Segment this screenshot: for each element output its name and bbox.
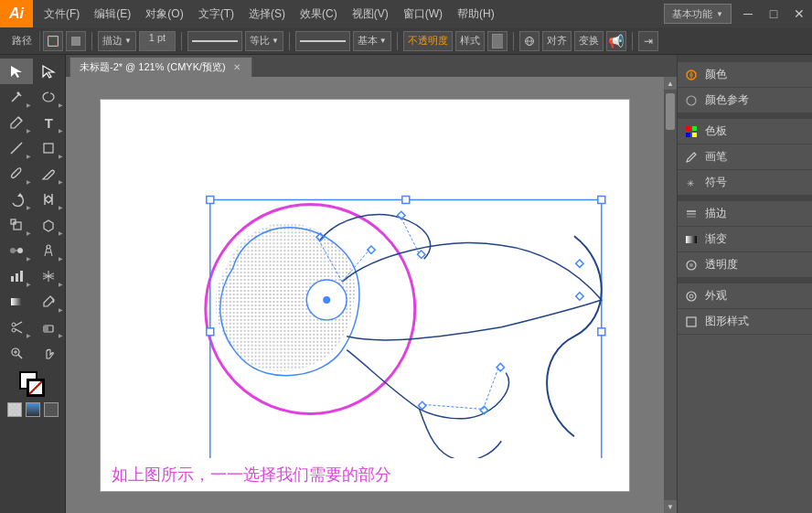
sep6 bbox=[632, 32, 633, 50]
rotate-tool[interactable]: ▶ bbox=[0, 187, 33, 212]
shape-tool[interactable]: ▶ bbox=[33, 135, 66, 161]
hand-tool[interactable] bbox=[33, 340, 66, 366]
panel-symbol[interactable]: ✳ 符号 bbox=[678, 170, 812, 196]
menu-effect[interactable]: 效果(C) bbox=[293, 0, 345, 27]
tool-row: ▶ ▶ bbox=[0, 84, 65, 110]
magic-wand-tool[interactable]: ▶ bbox=[0, 84, 33, 110]
fill-stroke-area[interactable] bbox=[19, 371, 47, 399]
scissors-tool[interactable]: ▶ bbox=[0, 315, 33, 340]
maximize-button[interactable]: □ bbox=[761, 0, 786, 27]
svg-point-23 bbox=[12, 328, 16, 332]
sep2 bbox=[181, 32, 182, 50]
line-style2-btn[interactable] bbox=[295, 31, 350, 51]
reflect-tool[interactable]: ▶ bbox=[33, 187, 66, 212]
basic-btn[interactable]: 基本 ▼ bbox=[353, 31, 391, 51]
panel-transparency-label: 透明度 bbox=[705, 257, 738, 273]
tab-close-btn[interactable]: ✕ bbox=[231, 62, 242, 73]
line-ratio-btn[interactable]: 等比 ▼ bbox=[245, 31, 283, 51]
gradient-tool[interactable] bbox=[0, 289, 33, 315]
vertical-scrollbar[interactable]: ▲ ▼ bbox=[664, 77, 677, 513]
line-tool[interactable]: ▶ bbox=[0, 135, 33, 161]
globe-btn[interactable] bbox=[519, 31, 540, 51]
pen-tool[interactable]: ▶ bbox=[0, 110, 33, 135]
lasso-tool[interactable]: ▶ bbox=[33, 84, 66, 110]
align-btn[interactable]: 对齐 bbox=[542, 31, 572, 51]
menu-view[interactable]: 视图(V) bbox=[345, 0, 396, 27]
scroll-thumb[interactable] bbox=[666, 93, 675, 130]
blend-tool[interactable]: ▶ bbox=[0, 238, 33, 263]
eyedropper-tool[interactable]: ▶ bbox=[33, 289, 66, 315]
svg-point-72 bbox=[689, 263, 693, 267]
canvas-container: 如上图所示，一一选择我们需要的部分 bbox=[66, 77, 664, 513]
pencil-tool[interactable]: ▶ bbox=[33, 161, 66, 187]
panel-graphic-style-label: 图形样式 bbox=[705, 314, 749, 329]
menu-window[interactable]: 窗口(W) bbox=[396, 0, 450, 27]
panel-swatches[interactable]: 色板 bbox=[678, 119, 812, 144]
menu-select[interactable]: 选择(S) bbox=[241, 0, 293, 27]
column-graph-tool[interactable]: ▶ bbox=[0, 263, 33, 289]
menu-file[interactable]: 文件(F) bbox=[37, 0, 87, 27]
minimize-button[interactable]: ─ bbox=[735, 0, 761, 27]
symbol-icon: ✳ bbox=[683, 175, 700, 191]
panel-gradient[interactable]: 渐变 bbox=[678, 227, 812, 252]
panel-color-ref[interactable]: 颜色参考 bbox=[678, 88, 812, 113]
color-swatch-btn[interactable] bbox=[487, 31, 508, 51]
panel-transparency[interactable]: 透明度 bbox=[678, 252, 812, 278]
transform-btn[interactable]: 变换 bbox=[574, 31, 604, 51]
panel-gradient-label: 渐变 bbox=[705, 231, 727, 247]
svg-point-17 bbox=[47, 245, 50, 249]
mesh-tool[interactable]: ▶ bbox=[33, 263, 66, 289]
sep1 bbox=[91, 32, 92, 50]
svg-rect-65 bbox=[692, 133, 697, 137]
caption: 如上图所示，一一选择我们需要的部分 bbox=[101, 458, 629, 491]
direct-select-tool[interactable] bbox=[33, 59, 66, 84]
type-tool[interactable]: T ▶ bbox=[33, 110, 66, 135]
selection-tool[interactable] bbox=[0, 59, 33, 84]
stroke-mode-btn[interactable]: 描边 ▼ bbox=[98, 31, 136, 51]
canvas-area: 未标题-2* @ 121% (CMYK/预览) ✕ bbox=[66, 55, 677, 513]
tool-row bbox=[0, 59, 65, 84]
style-btn[interactable]: 样式 bbox=[455, 31, 485, 51]
stroke-weight-input[interactable]: 1 pt bbox=[139, 31, 176, 51]
brush-icon bbox=[683, 149, 700, 166]
scale-tool[interactable]: ▶ bbox=[0, 212, 33, 238]
svg-rect-39 bbox=[207, 327, 214, 335]
svg-rect-27 bbox=[44, 326, 48, 332]
menu-help[interactable]: 帮助(H) bbox=[450, 0, 502, 27]
panel-color[interactable]: 颜色 bbox=[678, 62, 812, 88]
extra-btn[interactable]: ⇥ bbox=[638, 31, 658, 51]
tool-row: ▶ ▶ bbox=[0, 135, 65, 161]
eraser-tool[interactable]: ▶ bbox=[33, 315, 66, 340]
line-style-btn[interactable] bbox=[187, 31, 242, 51]
opacity-btn[interactable]: 不透明度 bbox=[403, 31, 453, 51]
svg-line-24 bbox=[16, 322, 22, 326]
normal-mode-btn[interactable] bbox=[7, 402, 22, 417]
fill-color-btn[interactable] bbox=[66, 31, 86, 51]
menu-edit[interactable]: 编辑(E) bbox=[87, 0, 138, 27]
path-label: 路径 bbox=[4, 31, 40, 51]
behind-mode-btn[interactable] bbox=[26, 402, 40, 417]
panel-brush[interactable]: 画笔 bbox=[678, 144, 812, 170]
document-tab[interactable]: 未标题-2* @ 121% (CMYK/预览) ✕ bbox=[69, 57, 252, 77]
symbol-sprayer-tool[interactable]: ▶ bbox=[33, 238, 66, 263]
panel-graphic-style[interactable]: 图形样式 bbox=[678, 309, 812, 335]
inside-mode-btn[interactable] bbox=[44, 402, 59, 417]
basic-func-button[interactable]: 基本功能 ▼ bbox=[664, 4, 732, 24]
paintbrush-tool[interactable]: ▶ bbox=[0, 161, 33, 187]
zoom-tool[interactable] bbox=[0, 340, 33, 366]
tool-row: ▶ ▶ bbox=[0, 263, 65, 289]
menu-type[interactable]: 文字(T) bbox=[191, 0, 241, 27]
scroll-down-btn[interactable]: ▼ bbox=[664, 500, 677, 513]
menu-bar: 文件(F) 编辑(E) 对象(O) 文字(T) 选择(S) 效果(C) 视图(V… bbox=[33, 0, 664, 27]
stroke-color-btn[interactable] bbox=[43, 31, 63, 51]
free-transform-tool[interactable]: ▶ bbox=[33, 212, 66, 238]
tool-row: ▶ bbox=[0, 289, 65, 315]
speaker-btn[interactable]: 📢 bbox=[606, 31, 626, 51]
close-button[interactable]: ✕ bbox=[786, 0, 812, 27]
svg-line-8 bbox=[11, 143, 22, 154]
panel-appearance[interactable]: 外观 bbox=[678, 283, 812, 309]
panel-stroke[interactable]: 描边 bbox=[678, 201, 812, 227]
svg-point-22 bbox=[12, 323, 16, 326]
menu-object[interactable]: 对象(O) bbox=[138, 0, 190, 27]
scroll-up-btn[interactable]: ▲ bbox=[664, 77, 677, 90]
